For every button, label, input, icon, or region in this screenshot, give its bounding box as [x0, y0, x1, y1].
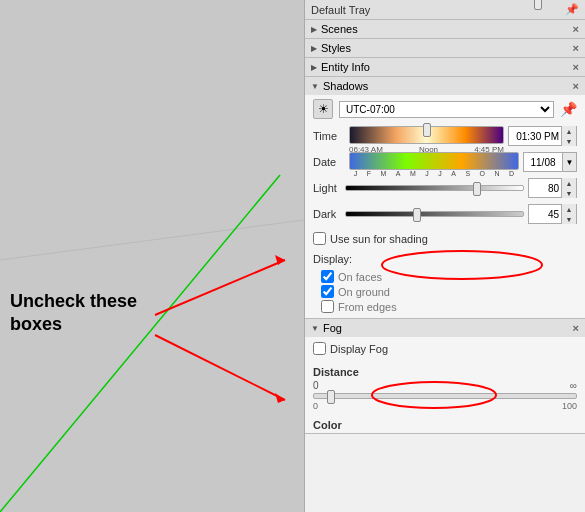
display-fog-checkbox[interactable]: [313, 342, 326, 355]
time-input[interactable]: [509, 130, 561, 143]
fog-label: Fog: [323, 322, 342, 334]
dark-value-box: ▲ ▼: [528, 204, 577, 224]
time-end-label: 4:45 PM: [474, 145, 504, 154]
tray-title: Default Tray: [311, 4, 370, 16]
annotation-text: Uncheck these boxes: [10, 290, 137, 337]
light-value-box: ▲ ▼: [528, 178, 577, 198]
shadows-header[interactable]: ▼ Shadows ×: [305, 77, 585, 95]
time-label: Time: [313, 130, 345, 142]
dark-slider: [345, 206, 524, 222]
time-slider-thumb[interactable]: [423, 123, 431, 137]
styles-triangle: ▶: [311, 44, 317, 53]
dark-track[interactable]: [345, 211, 524, 217]
shadows-triangle: ▼: [311, 82, 319, 91]
distance-label: Distance: [313, 364, 577, 380]
time-spin-down[interactable]: ▼: [562, 136, 576, 146]
distance-thumb[interactable]: [327, 390, 335, 404]
dist-tick-end: 100: [562, 401, 577, 411]
light-value-input[interactable]: [529, 182, 561, 195]
shadows-label: Shadows: [323, 80, 368, 92]
use-sun-checkbox[interactable]: [313, 232, 326, 245]
date-input[interactable]: [524, 156, 562, 169]
distance-min: 0: [313, 380, 319, 391]
styles-close[interactable]: ×: [573, 42, 579, 54]
on-faces-label: On faces: [338, 271, 382, 283]
light-thumb[interactable]: [473, 182, 481, 196]
tray-header: Default Tray 📌: [305, 0, 585, 20]
from-edges-row: From edges: [321, 299, 569, 314]
canvas-area: Uncheck these boxes: [0, 0, 304, 512]
date-labels: JFMAMJJASOND: [349, 170, 519, 177]
distance-ticks: 0 100: [313, 401, 577, 411]
dark-spin-down[interactable]: ▼: [562, 214, 576, 224]
display-fog-label: Display Fog: [313, 342, 388, 355]
right-panel-wrapper: Default Tray 📌 ▶ Scenes × ▶ Styles ×: [304, 0, 585, 512]
distance-slider-track[interactable]: [313, 393, 577, 399]
on-ground-row: On ground: [321, 284, 569, 299]
shadows-close[interactable]: ×: [573, 80, 579, 92]
sun-icon: ☀: [313, 99, 333, 119]
display-fog-text: Display Fog: [330, 343, 388, 355]
display-checkboxes: On faces On ground From edges: [305, 267, 585, 318]
scenes-section: ▶ Scenes ×: [305, 20, 585, 39]
distance-max: ∞: [570, 380, 577, 391]
dark-spin: ▲ ▼: [561, 204, 576, 224]
scenes-close[interactable]: ×: [573, 23, 579, 35]
time-slider-area: 06:43 AM Noon 4:45 PM: [349, 126, 504, 146]
svg-line-1: [0, 175, 280, 512]
styles-header[interactable]: ▶ Styles ×: [305, 39, 585, 57]
light-spin-down[interactable]: ▼: [562, 188, 576, 198]
entity-info-header[interactable]: ▶ Entity Info ×: [305, 58, 585, 76]
time-noon-label: Noon: [419, 145, 438, 154]
light-label: Light: [313, 182, 341, 194]
dark-value-input[interactable]: [529, 208, 561, 221]
scenes-header[interactable]: ▶ Scenes ×: [305, 20, 585, 38]
time-gradient[interactable]: [349, 126, 504, 144]
styles-label: Styles: [321, 42, 351, 54]
use-sun-row: Use sun for shading: [305, 227, 585, 250]
scenes-label: Scenes: [321, 23, 358, 35]
fog-close[interactable]: ×: [573, 322, 579, 334]
shadows-section: ▼ Shadows × ☀ UTC-07:00 📌 Time: [305, 77, 585, 319]
timezone-row: ☀ UTC-07:00 📌: [305, 95, 585, 123]
use-sun-label: Use sun for shading: [313, 232, 428, 245]
styles-section: ▶ Styles ×: [305, 39, 585, 58]
time-spin-buttons: ▲ ▼: [561, 126, 576, 146]
dark-spin-up[interactable]: ▲: [562, 204, 576, 214]
fog-section: ▼ Fog × Display Fog Distance 0 ∞: [305, 319, 585, 434]
timezone-select[interactable]: UTC-07:00: [339, 101, 554, 118]
tray-pin[interactable]: 📌: [565, 3, 579, 16]
entity-info-close[interactable]: ×: [573, 61, 579, 73]
color-label: Color: [305, 415, 585, 433]
light-spin-up[interactable]: ▲: [562, 178, 576, 188]
entity-info-label: Entity Info: [321, 61, 370, 73]
date-slider-area: JFMAMJJASOND: [349, 152, 519, 172]
date-gradient[interactable]: [349, 152, 519, 170]
time-start-label: 06:43 AM: [349, 145, 383, 154]
light-track[interactable]: [345, 185, 524, 191]
dist-tick-start: 0: [313, 401, 318, 411]
timezone-pin[interactable]: 📌: [560, 101, 577, 117]
date-slider-thumb[interactable]: [534, 0, 542, 10]
from-edges-label: From edges: [338, 301, 397, 313]
dark-row: Dark ▲ ▼: [305, 201, 585, 227]
fog-triangle: ▼: [311, 324, 319, 333]
time-row: Time 06:43 AM Noon 4:45 PM ▲ ▼: [305, 123, 585, 149]
fog-header[interactable]: ▼ Fog ×: [305, 319, 585, 337]
time-input-box: ▲ ▼: [508, 126, 577, 146]
date-select-arrow[interactable]: ▼: [562, 153, 576, 171]
scenes-triangle: ▶: [311, 25, 317, 34]
use-sun-text: Use sun for shading: [330, 233, 428, 245]
from-edges-checkbox[interactable]: [321, 300, 334, 313]
right-panel: Default Tray 📌 ▶ Scenes × ▶ Styles ×: [304, 0, 585, 512]
date-input-box: ▼: [523, 152, 577, 172]
on-faces-checkbox[interactable]: [321, 270, 334, 283]
display-fog-row: Display Fog: [305, 337, 585, 360]
on-ground-checkbox[interactable]: [321, 285, 334, 298]
canvas-svg: [0, 0, 304, 512]
light-slider: [345, 180, 524, 196]
svg-line-0: [0, 220, 304, 260]
display-section-label: Display:: [305, 250, 585, 267]
dark-thumb[interactable]: [413, 208, 421, 222]
time-spin-up[interactable]: ▲: [562, 126, 576, 136]
